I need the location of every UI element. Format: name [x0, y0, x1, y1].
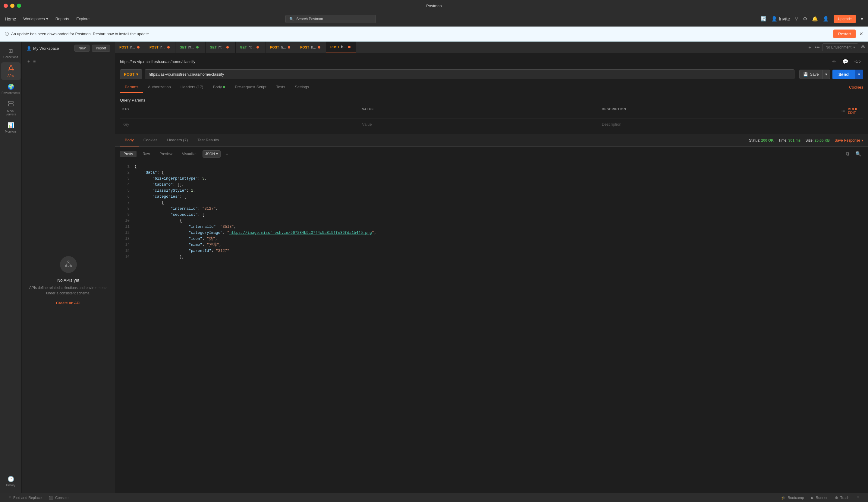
json-line-5: 5 "classifyStyle": 1, [115, 188, 868, 194]
sync-icon[interactable]: 🔄 [761, 16, 766, 22]
person-icon: 👤 [27, 46, 31, 51]
response-tab-body[interactable]: Body [120, 134, 138, 146]
fork-icon[interactable]: ⑂ [795, 16, 798, 22]
response-tab-cookies[interactable]: Cookies [138, 134, 163, 146]
runner-icon: ▶ [811, 496, 814, 500]
console-button[interactable]: ⬛ Console [45, 493, 72, 502]
bulk-edit-label[interactable]: Bulk Edit [848, 107, 861, 115]
response-tab-test-results[interactable]: Test Results [193, 134, 224, 146]
filter-button[interactable]: ≡ [33, 59, 35, 64]
save-dropdown-button[interactable]: ▾ [823, 70, 830, 79]
bulk-edit-dots[interactable]: ••• [841, 109, 845, 113]
bootcamp-button[interactable]: 🎓 Bootcamp [778, 496, 807, 500]
format-visualize-button[interactable]: Visualize [178, 151, 200, 157]
param-key-input[interactable] [122, 122, 357, 127]
tab-2[interactable]: GET ht... [175, 42, 206, 53]
tab-5[interactable]: POST h... [266, 42, 296, 53]
search-response-button[interactable]: 🔍 [854, 149, 863, 158]
copy-response-button[interactable]: ⧉ [844, 149, 851, 158]
maximize-button[interactable] [17, 4, 21, 8]
format-preview-button[interactable]: Preview [156, 151, 176, 157]
upgrade-button[interactable]: Upgrade [834, 15, 856, 23]
minimize-button[interactable] [10, 4, 14, 8]
sidebar-item-apis[interactable]: APIs [1, 62, 21, 80]
close-button[interactable] [3, 4, 8, 8]
param-value-input[interactable] [362, 122, 597, 127]
runner-button[interactable]: ▶ Runner [807, 496, 831, 500]
nav-actions: 🔄 👤 Invite ⑂ ⚙ 🔔 👤 Upgrade ▾ [761, 15, 863, 23]
search-box[interactable]: 🔍 Search Postman [286, 15, 376, 23]
tab-actions: ＋ ••• No Environment ▾ 👁 [805, 43, 868, 51]
environment-select[interactable]: No Environment ▾ [822, 43, 858, 51]
json-line-15: 15 "parentId": "3127" [115, 248, 868, 254]
req-tab-body[interactable]: Body [208, 82, 230, 93]
size-value: 25.65 KB [815, 138, 830, 143]
format-pretty-button[interactable]: Pretty [120, 151, 136, 157]
settings-icon[interactable]: ⚙ [803, 16, 807, 22]
format-raw-button[interactable]: Raw [139, 151, 153, 157]
nav-explore[interactable]: Explore [76, 17, 90, 21]
cookies-link[interactable]: Cookies [849, 85, 863, 90]
json-line-12: 12 "categoryImage": "https://image.missf… [115, 230, 868, 236]
svg-rect-5 [8, 104, 13, 106]
layout-button[interactable]: ⊞ [853, 496, 863, 500]
sidebar-item-environments[interactable]: 🌍 Environments [1, 81, 21, 97]
eye-icon[interactable]: 👁 [861, 45, 866, 50]
tab-1[interactable]: POST h... [145, 42, 175, 53]
url-input[interactable] [145, 69, 794, 79]
response-tab-headers[interactable]: Headers (7) [163, 134, 193, 146]
sidebar-item-history[interactable]: 🕐 History [1, 473, 21, 489]
expand-icon[interactable]: ▾ [861, 16, 863, 22]
tab-4[interactable]: GET ht... [236, 42, 266, 53]
req-tab-authorization[interactable]: Authorization [143, 82, 176, 93]
tab-dot-2 [196, 46, 199, 49]
send-button[interactable]: Send [833, 70, 855, 79]
restart-button[interactable]: Restart [833, 30, 856, 38]
code-icon[interactable]: </> [852, 57, 863, 66]
sidebar-label-environments: Environments [1, 91, 20, 95]
edit-icon[interactable]: ✏ [831, 57, 838, 66]
import-button[interactable]: Import [92, 45, 110, 52]
bell-icon[interactable]: 🔔 [812, 16, 818, 22]
create-api-link[interactable]: Create an API [56, 301, 81, 305]
response-actions: ⧉ 🔍 [844, 149, 863, 158]
invite-btn[interactable]: 👤 Invite [771, 16, 790, 22]
query-params-section: Query Params KEY VALUE DESCRIPTION ••• B… [115, 93, 868, 134]
add-tab-button[interactable]: ＋ [807, 44, 812, 51]
req-tab-settings[interactable]: Settings [290, 82, 314, 93]
wrap-lines-button[interactable]: ≡ [223, 150, 230, 158]
new-button[interactable]: New [74, 45, 90, 52]
update-banner: ⓘ An update has been downloaded for Post… [0, 27, 868, 42]
req-tab-headers[interactable]: Headers (17) [176, 82, 208, 93]
req-tab-pre-request-script[interactable]: Pre-request Script [230, 82, 271, 93]
format-type-select[interactable]: JSON ▾ [203, 150, 220, 158]
tab-0[interactable]: POST h... [115, 42, 145, 53]
nav-reports[interactable]: Reports [55, 17, 69, 21]
comment-icon[interactable]: 💬 [840, 57, 850, 66]
tab-7[interactable]: POST h... [326, 42, 356, 53]
close-banner-icon[interactable]: ✕ [859, 31, 863, 37]
tab-3[interactable]: GET ht... [206, 42, 236, 53]
req-tab-params[interactable]: Params [120, 82, 143, 93]
json-line-10: 10 { [115, 218, 868, 224]
param-key-cell [120, 119, 360, 129]
save-button[interactable]: 💾 Save [799, 70, 823, 79]
sidebar-item-monitors[interactable]: 📊 Monitors [1, 119, 21, 136]
trash-button[interactable]: 🗑 Trash [831, 496, 853, 500]
more-tabs-button[interactable]: ••• [815, 45, 820, 50]
sidebar-item-mock-servers[interactable]: Mock Servers [1, 98, 21, 118]
apis-icon [8, 65, 14, 73]
nav-workspaces[interactable]: Workspaces ▾ [23, 17, 48, 21]
req-tab-tests[interactable]: Tests [271, 82, 290, 93]
sidebar-item-collections[interactable]: ⊞ Collections [1, 45, 21, 61]
tab-6[interactable]: POST h... [296, 42, 326, 53]
avatar-icon[interactable]: 👤 [823, 16, 829, 22]
add-api-button[interactable]: ＋ [27, 59, 31, 64]
nav-home[interactable]: Home [5, 17, 16, 21]
method-select[interactable]: POST ▾ [120, 69, 142, 79]
param-desc-cell [599, 119, 839, 129]
save-response-button[interactable]: Save Response ▾ [835, 138, 863, 143]
find-replace-button[interactable]: ⊞ Find and Replace [5, 493, 45, 502]
param-desc-input[interactable] [602, 122, 837, 127]
send-dropdown-button[interactable]: ▾ [855, 70, 863, 79]
